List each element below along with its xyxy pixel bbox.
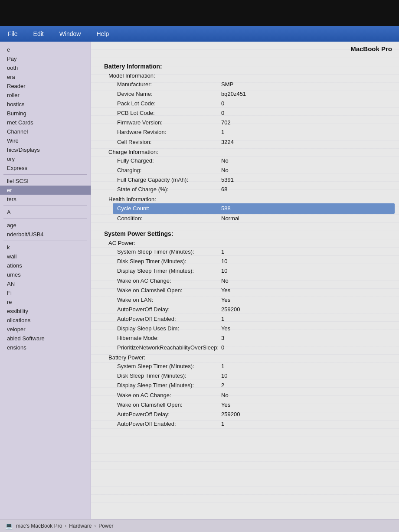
ac-sleep-timer-value: 1 bbox=[221, 247, 224, 257]
charging-row: Charging: No bbox=[117, 166, 390, 175]
sidebar-divider-4 bbox=[3, 241, 87, 241]
sidebar-item-burning[interactable]: Burning bbox=[0, 109, 91, 118]
bat-autopoweroff-delay-row: AutoPowerOff Delay: 259200 bbox=[117, 410, 390, 419]
ac-disk-sleep-row: Disk Sleep Timer (Minutes): 10 bbox=[117, 257, 390, 266]
battery-power-label: Battery Power: bbox=[108, 354, 390, 361]
ac-autopoweroff-enabled-value: 1 bbox=[221, 314, 224, 324]
ac-wake-ac-value: No bbox=[221, 276, 229, 286]
bat-autopoweroff-delay-label: AutoPowerOff Delay: bbox=[117, 410, 221, 419]
sidebar-item-a[interactable]: A bbox=[0, 208, 91, 217]
bat-sleep-timer-row: System Sleep Timer (Minutes): 1 bbox=[117, 362, 390, 371]
sidebar-item-ters[interactable]: ters bbox=[0, 195, 91, 204]
sidebar-item-hostics[interactable]: hostics bbox=[0, 100, 91, 109]
pack-lot-row: Pack Lot Code: 0 bbox=[117, 99, 390, 108]
sidebar-item-fi[interactable]: Fi bbox=[0, 288, 91, 297]
charge-info-group: Charge Information: Fully Charged: No Ch… bbox=[108, 149, 390, 194]
pcb-lot-row: PCB Lot Code: 0 bbox=[117, 108, 390, 118]
sidebar-divider-3 bbox=[3, 219, 87, 219]
bat-wake-ac-row: Wake on AC Change: No bbox=[117, 391, 390, 400]
bat-wake-ac-value: No bbox=[221, 391, 229, 400]
sidebar-item-scsi[interactable]: llel SCSI bbox=[0, 176, 91, 186]
ac-wake-ac-row: Wake on AC Change: No bbox=[117, 276, 390, 286]
ac-display-dim-row: Display Sleep Uses Dim: Yes bbox=[117, 324, 390, 333]
sidebar-item-wall[interactable]: wall bbox=[0, 252, 91, 261]
menu-help[interactable]: Help bbox=[93, 29, 112, 39]
bat-disk-sleep-value: 10 bbox=[221, 371, 227, 381]
state-charge-row: State of Charge (%): 68 bbox=[117, 185, 390, 194]
sidebar-item-roller[interactable]: roller bbox=[0, 91, 91, 100]
sidebar-divider-1 bbox=[3, 174, 87, 175]
ac-hibernate-value: 3 bbox=[221, 333, 224, 343]
device-name: MacBook Pro bbox=[350, 45, 392, 52]
breadcrumb-hardware: Hardware bbox=[69, 523, 92, 529]
ac-wake-clamshell-label: Wake on Clamshell Open: bbox=[117, 286, 221, 295]
sidebar-item-express[interactable]: Express bbox=[0, 163, 91, 173]
sidebar-item-k[interactable]: k bbox=[0, 243, 91, 252]
menu-window[interactable]: Window bbox=[56, 29, 85, 39]
ac-prioritize-network-value: 0 bbox=[221, 343, 224, 352]
bat-display-sleep-row: Display Sleep Timer (Minutes): 2 bbox=[117, 381, 390, 390]
bat-autopoweroff-enabled-label: AutoPowerOff Enabled: bbox=[117, 419, 221, 429]
firmware-value: 702 bbox=[221, 118, 231, 127]
content-area: MacBook Pro Battery Information: Model I… bbox=[91, 42, 399, 519]
ac-sleep-timer-row: System Sleep Timer (Minutes): 1 bbox=[117, 247, 390, 257]
ac-sleep-timer-label: System Sleep Timer (Minutes): bbox=[117, 247, 221, 257]
main-layout: e Pay ooth era Reader roller hostics Bur… bbox=[0, 42, 399, 519]
sidebar-item-ensions[interactable]: ensions bbox=[0, 343, 91, 352]
ac-autopoweroff-delay-value: 259200 bbox=[221, 305, 240, 314]
sidebar-item-veloper[interactable]: veloper bbox=[0, 325, 91, 334]
hardware-rev-value: 1 bbox=[221, 127, 224, 137]
model-info-group: Model Information: Manufacturer: SMP Dev… bbox=[108, 72, 390, 147]
sidebar-item-channel[interactable]: Channel bbox=[0, 127, 91, 136]
bat-wake-clamshell-row: Wake on Clamshell Open: Yes bbox=[117, 400, 390, 410]
sidebar-item-era[interactable]: era bbox=[0, 72, 91, 82]
bat-display-sleep-value: 2 bbox=[221, 381, 224, 390]
bat-sleep-timer-label: System Sleep Timer (Minutes): bbox=[117, 362, 221, 371]
bat-wake-ac-label: Wake on AC Change: bbox=[117, 391, 221, 400]
sidebar-item-rnet[interactable]: rnet Cards bbox=[0, 118, 91, 127]
ac-wake-lan-label: Wake on LAN: bbox=[117, 295, 221, 305]
sidebar-item-hics[interactable]: hics/Displays bbox=[0, 145, 91, 154]
menu-edit[interactable]: Edit bbox=[30, 29, 47, 39]
sidebar-item-er[interactable]: er bbox=[0, 186, 91, 195]
hardware-rev-label: Hardware Revision: bbox=[117, 127, 221, 137]
ac-display-sleep-label: Display Sleep Timer (Minutes): bbox=[117, 266, 221, 276]
sidebar-item-age[interactable]: age bbox=[0, 221, 91, 230]
sidebar-item-olications[interactable]: olications bbox=[0, 316, 91, 325]
ac-disk-sleep-label: Disk Sleep Timer (Minutes): bbox=[117, 257, 221, 266]
sidebar-item-reader[interactable]: Reader bbox=[0, 82, 91, 91]
sidebar-item-an[interactable]: AN bbox=[0, 279, 91, 288]
sidebar-item-ory[interactable]: ory bbox=[0, 154, 91, 163]
health-info-fields: Cycle Count: 588 Condition: Normal bbox=[117, 203, 390, 223]
breadcrumb-bar: 💻 mac's MacBook Pro › Hardware › Power bbox=[0, 519, 399, 532]
sidebar-item-wire[interactable]: Wire bbox=[0, 136, 91, 145]
bat-sleep-timer-value: 1 bbox=[221, 362, 224, 371]
ac-power-fields: System Sleep Timer (Minutes): 1 Disk Sle… bbox=[117, 247, 390, 352]
sidebar-item-pay[interactable]: Pay bbox=[0, 54, 91, 63]
firmware-row: Firmware Version: 702 bbox=[117, 118, 390, 127]
menu-file[interactable]: File bbox=[4, 29, 21, 39]
cell-rev-value: 3224 bbox=[221, 137, 234, 147]
cell-rev-row: Cell Revision: 3224 bbox=[117, 137, 390, 147]
battery-section-header: Battery Information: bbox=[104, 63, 390, 70]
sidebar-item-re[interactable]: re bbox=[0, 297, 91, 307]
sidebar-item-umes[interactable]: umes bbox=[0, 270, 91, 279]
pcb-lot-value: 0 bbox=[221, 108, 224, 118]
state-charge-value: 68 bbox=[221, 185, 227, 194]
sidebar-item-disabled[interactable]: abled Software bbox=[0, 334, 91, 343]
condition-value: Normal bbox=[221, 214, 239, 223]
sidebar-item-thunderbolt[interactable]: nderbolt/USB4 bbox=[0, 230, 91, 239]
ac-autopoweroff-enabled-label: AutoPowerOff Enabled: bbox=[117, 314, 221, 324]
ac-autopoweroff-delay-label: AutoPowerOff Delay: bbox=[117, 305, 221, 314]
ac-autopoweroff-enabled-row: AutoPowerOff Enabled: 1 bbox=[117, 314, 390, 324]
sidebar-item-ations[interactable]: ations bbox=[0, 261, 91, 270]
sidebar-item-0[interactable]: e bbox=[0, 45, 91, 54]
ac-wake-ac-label: Wake on AC Change: bbox=[117, 276, 221, 286]
battery-power-group: Battery Power: System Sleep Timer (Minut… bbox=[108, 354, 390, 429]
ac-wake-clamshell-row: Wake on Clamshell Open: Yes bbox=[117, 286, 390, 295]
sidebar-item-ooth[interactable]: ooth bbox=[0, 63, 91, 72]
model-info-fields: Manufacturer: SMP Device Name: bq20z451 … bbox=[117, 80, 390, 147]
sidebar-item-essibility[interactable]: essibility bbox=[0, 307, 91, 316]
power-section-header: System Power Settings: bbox=[104, 230, 390, 237]
health-info-group: Health Information: Cycle Count: 588 Con… bbox=[108, 196, 390, 223]
